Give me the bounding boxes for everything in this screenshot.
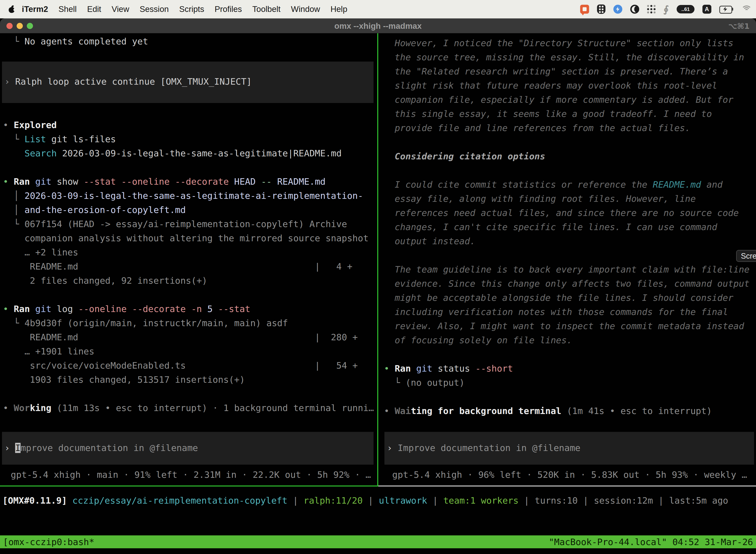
left-prompt-input[interactable]: › Improve documentation in @filename: [2, 432, 374, 465]
dots-grid-icon[interactable]: [647, 5, 655, 13]
screen-overlay-button[interactable]: Scre: [736, 250, 756, 262]
menubar-status-icons: ∮ ..61 A: [580, 4, 752, 14]
terminal-line: 2 files changed, 92 insertions(+): [3, 274, 374, 288]
window-titlebar[interactable]: omx --xhigh --madmax ⌥⌘1: [0, 18, 756, 33]
terminal-line: • Working (11m 13s • esc to interrupt) ·…: [3, 401, 374, 415]
terminal-line: └ (no output): [384, 376, 750, 390]
terminal-line: Considering citation options: [384, 149, 750, 163]
terminal-line: The team guideline is to back every impo…: [384, 262, 750, 277]
terminal-line: this single essay, it seems like a good …: [384, 107, 750, 121]
screen: iTerm2ShellEditViewSessionScriptsProfile…: [0, 0, 756, 554]
terminal-line: › Ralph loop active continue [OMX_TMUX_I…: [4, 74, 374, 89]
terminal-line: the "Related research writing" section i…: [384, 64, 750, 78]
terminal-line: gpt-5.4 xhigh · main · 91% left · 2.31M …: [0, 467, 371, 482]
omx-status-bar: [OMX#0.11.9] cczip/essay/ai-reimplementa…: [2, 493, 728, 508]
menu-item-window[interactable]: Window: [291, 4, 320, 14]
terminal-line: └ No agents completed yet: [3, 34, 148, 48]
menu-item-profiles[interactable]: Profiles: [214, 4, 242, 14]
terminal-line: review. Also, I might want to inspect th…: [384, 319, 750, 333]
terminal-line: [384, 347, 750, 362]
terminal-line: might be acceptable alongside the file l…: [384, 291, 750, 305]
terminal-line: of focusing solely on file lines.: [384, 333, 750, 347]
terminal-line: • Ran git show --stat --oneline --decora…: [3, 174, 374, 189]
terminal-line: • Waiting for background terminal (1m 41…: [384, 404, 750, 418]
terminal-line: › Improve documentation in @filename: [4, 441, 374, 455]
left-pane[interactable]: └ No agents completed yet › Ralph loop a…: [0, 33, 377, 486]
menu-item-view[interactable]: View: [112, 4, 129, 14]
terminal-line: changes, I can't cite specific file line…: [384, 220, 750, 234]
terminal-line: └ List git ls-files: [3, 132, 374, 146]
terminal-line: └ 4b9d30f (origin/main, instructkr/main,…: [3, 316, 374, 330]
pane-divider[interactable]: [377, 33, 378, 487]
terminal-line: gpt-5.4 xhigh · 96% left · 520K in · 5.8…: [381, 467, 747, 482]
right-pane[interactable]: However, I noticed the "Directory Struct…: [378, 33, 756, 486]
terminal-line: essay file, along with finding root file…: [384, 191, 750, 206]
terminal-line: • Ran git status --short: [384, 362, 750, 376]
terminal-line: I could cite commit statistics or refere…: [384, 177, 750, 191]
terminal-line: [384, 135, 750, 149]
menu-bar: iTerm2ShellEditViewSessionScriptsProfile…: [0, 0, 756, 18]
menu-item-shell[interactable]: Shell: [59, 4, 77, 14]
terminal-line: companion analysis without altering the …: [3, 231, 374, 245]
terminal-line: However, I noticed the "Directory Struct…: [384, 36, 750, 50]
right-prompt-input[interactable]: › Improve documentation in @filename: [384, 432, 754, 465]
terminal-line: … +2 lines: [3, 245, 374, 259]
terminal-line: [3, 288, 374, 302]
battery-charging-icon[interactable]: [719, 6, 734, 13]
wifi-icon[interactable]: [742, 5, 752, 13]
tmux-session-label: [omx-cczip0:bash*: [3, 537, 94, 547]
terminal-line: [3, 160, 374, 174]
terminal-line: README.md | 4 +: [3, 259, 374, 274]
active-pane-border: [0, 486, 378, 487]
seahorse-icon[interactable]: ∮: [664, 5, 669, 14]
terminal-line: … +1901 lines: [3, 344, 374, 358]
terminal-line: companion file, especially if more comme…: [384, 93, 750, 107]
terminal-line: output instead.: [384, 234, 750, 248]
tmux-status-bar: [omx-cczip0:bash* "MacBook-Pro-44.local"…: [0, 535, 756, 548]
iterm-window: omx --xhigh --madmax ⌥⌘1 └ No agents com…: [0, 18, 756, 554]
terminal-line: │ 2026-03-09-is-legal-the-same-as-legiti…: [3, 189, 374, 203]
terminal-line: [384, 390, 750, 404]
terminal-line: the source tree, missing the essay. Stil…: [384, 50, 750, 64]
window-title: omx --xhigh --madmax: [0, 18, 756, 33]
menu-item-iterm2[interactable]: iTerm2: [22, 4, 48, 14]
menu-item-toolbelt[interactable]: Toolbelt: [252, 4, 280, 14]
terminal-area: └ No agents completed yet › Ralph loop a…: [0, 33, 756, 554]
terminal-line: including verification notes with those …: [384, 305, 750, 319]
left-model-status-line: gpt-5.4 xhigh · main · 91% left · 2.31M …: [0, 467, 371, 482]
tmux-host-clock: "MacBook-Pro-44.local" 04:52 31-Mar-26: [549, 537, 753, 547]
terminal-line: Search 2026-03-09-is-legal-the-same-as-l…: [3, 146, 374, 160]
terminal-line: slight risk that future readers may over…: [384, 78, 750, 93]
terminal-line: › Improve documentation in @filename: [387, 441, 754, 455]
terminal-line: evidence. Since this change only affects…: [384, 277, 750, 291]
menu-item-scripts[interactable]: Scripts: [179, 4, 204, 14]
ralph-inject-box: › Ralph loop active continue [OMX_TMUX_I…: [2, 62, 374, 103]
shield-grid-icon[interactable]: [597, 4, 606, 14]
left-pane-head: └ No agents completed yet: [3, 34, 148, 48]
terminal-line: 1903 files changed, 513517 insertions(+): [3, 373, 374, 387]
terminal-line: • Ran git log --oneline --decorate -n 5 …: [3, 302, 374, 316]
right-model-status-line: gpt-5.4 xhigh · 96% left · 520K in · 5.8…: [381, 467, 747, 482]
badge-61-icon[interactable]: ..61: [677, 5, 694, 13]
terminal-line: references need actual files, and since …: [384, 206, 750, 220]
chat-bubble-icon[interactable]: [580, 5, 589, 14]
terminal-line: README.md | 280 +: [3, 330, 374, 344]
menu-item-help[interactable]: Help: [330, 4, 347, 14]
terminal-line: • Explored: [3, 118, 374, 132]
blue-bolt-icon[interactable]: [613, 5, 622, 14]
crescent-moon-icon[interactable]: [630, 5, 639, 14]
terminal-line: provide file and line references from th…: [384, 121, 750, 135]
terminal-line: [3, 387, 374, 401]
terminal-line: [384, 163, 750, 177]
terminal-line: │ and-the-erosion-of-copyleft.md: [3, 203, 374, 217]
terminal-line: [OMX#0.11.9] cczip/essay/ai-reimplementa…: [2, 493, 728, 508]
menu-item-edit[interactable]: Edit: [87, 4, 101, 14]
apple-menu-icon[interactable]: [8, 5, 15, 13]
window-shortcut-hint: ⌥⌘1: [728, 18, 750, 33]
badge-a-icon[interactable]: A: [702, 5, 711, 14]
terminal-line: [384, 248, 750, 262]
terminal-line: src/voice/voiceModeEnabled.ts | 54 +: [3, 358, 374, 373]
inactive-pane-border: [378, 486, 756, 487]
menu-item-session[interactable]: Session: [140, 4, 169, 14]
left-pane-log: • Explored └ List git ls-files Search 20…: [3, 118, 374, 415]
